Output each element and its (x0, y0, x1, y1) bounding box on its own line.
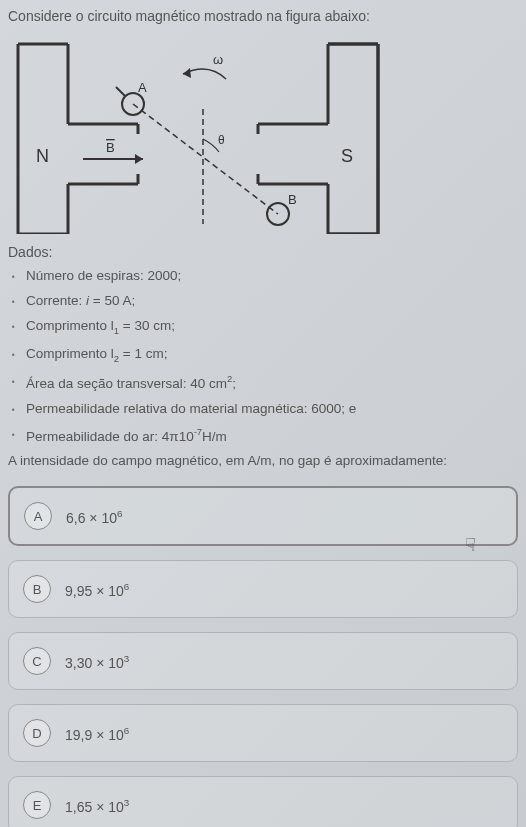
label-omega: ω (213, 52, 223, 67)
data-item-espiras: Número de espiras: 2000; (12, 268, 518, 283)
data-item-l1: Comprimento l1 = 30 cm; (12, 318, 518, 336)
data-item-l2: Comprimento l2 = 1 cm; (12, 346, 518, 364)
svg-marker-1 (135, 154, 143, 164)
label-A: A (138, 80, 147, 95)
data-heading: Dados: (8, 244, 518, 260)
option-letter-E: E (23, 791, 51, 819)
svg-line-5 (116, 87, 125, 96)
option-E[interactable]: E 1,65 × 103 (8, 776, 518, 827)
option-text-B: 9,95 × 106 (65, 581, 129, 599)
option-D[interactable]: D 19,9 × 106 (8, 704, 518, 762)
label-Bvec: B (106, 140, 115, 155)
option-text-C: 3,30 × 103 (65, 653, 129, 671)
option-text-A: 6,6 × 106 (66, 508, 122, 526)
label-N: N (36, 146, 49, 166)
option-text-E: 1,65 × 103 (65, 797, 129, 815)
option-letter-D: D (23, 719, 51, 747)
data-item-perm-rel: Permeabilidade relativa do material magn… (12, 401, 518, 416)
option-letter-A: A (24, 502, 52, 530)
cursor-pointer-icon: ☟ (465, 534, 476, 556)
option-text-D: 19,9 × 106 (65, 725, 129, 743)
circuit-diagram: N S B A B ω θ (8, 34, 388, 234)
question-text: A intensidade do campo magnético, em A/m… (8, 453, 518, 468)
option-B[interactable]: B 9,95 × 106 (8, 560, 518, 618)
data-item-perm-ar: Permeabilidade do ar: 4π10-7H/m (12, 426, 518, 444)
label-theta: θ (218, 133, 225, 147)
data-list: Número de espiras: 2000; Corrente: i = 5… (8, 268, 518, 443)
option-letter-B: B (23, 575, 51, 603)
option-letter-C: C (23, 647, 51, 675)
option-C[interactable]: C 3,30 × 103 (8, 632, 518, 690)
question-title: Considere o circuito magnético mostrado … (8, 8, 518, 24)
label-B: B (288, 192, 297, 207)
options-list: A 6,6 × 106 ☟ B 9,95 × 106 C 3,30 × 103 … (8, 486, 518, 827)
label-S: S (341, 146, 353, 166)
svg-marker-7 (183, 68, 191, 78)
data-item-area: Área da seção transversal: 40 cm2; (12, 373, 518, 391)
svg-line-3 (133, 104, 278, 214)
option-A[interactable]: A 6,6 × 106 ☟ (8, 486, 518, 546)
data-item-corrente: Corrente: i = 50 A; (12, 293, 518, 308)
